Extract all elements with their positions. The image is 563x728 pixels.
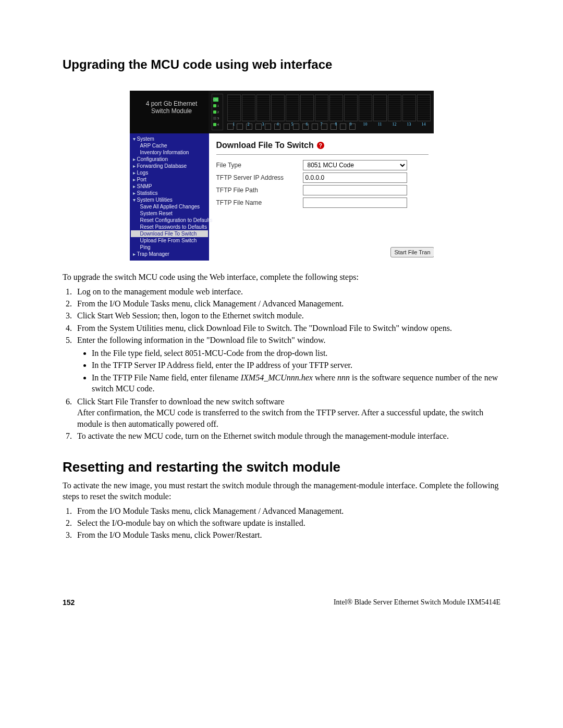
embedded-screenshot: 4 port Gb Ethernet Switch Module OK 1 2 … [130, 91, 434, 261]
step6-line2: After confirmation, the MCU code is tran… [77, 408, 483, 428]
port-led-icon [213, 117, 216, 120]
blade-slot: 7 [315, 94, 328, 121]
sidebar-item[interactable]: ▸Statistics [131, 190, 208, 196]
list-item: In the File type field, select 8051-MCU-… [92, 348, 500, 359]
tree-arrow-icon: ▸ [133, 251, 137, 257]
list-item: Click Start Web Session; then, logon to … [74, 310, 500, 321]
doc-title: Intel® Blade Server Ethernet Switch Modu… [334, 598, 500, 607]
sidebar-item-label: Reset Configuration to Defaults [140, 217, 213, 223]
panel-title: Download File To Switch [216, 141, 314, 150]
start-file-transfer-button[interactable]: Start File Tran [390, 247, 433, 257]
blade-slot: 12 [388, 94, 401, 121]
row-tftp-path: TFTP File Path [216, 185, 429, 195]
blade-slot: 11 [373, 94, 387, 121]
sidebar-item[interactable]: Save All Applied Changes [131, 203, 208, 210]
screenshot-header: 4 port Gb Ethernet Switch Module OK 1 2 … [130, 91, 434, 133]
ok-led: OK [213, 97, 218, 102]
list-item: From the I/O Module Tasks menu, click Ma… [74, 298, 500, 309]
sidebar-item[interactable]: Reset Passwords to Defaults [131, 224, 208, 230]
sidebar-item[interactable]: Ping [131, 244, 208, 251]
select-file-type[interactable]: 8051 MCU Code [303, 160, 407, 170]
screenshot-main-panel: Download File To Switch ? File Type 8051… [209, 133, 434, 261]
b3-mid: where [313, 373, 337, 382]
screenshot-sidebar: ▾SystemARP CacheInventory Information▸Co… [130, 133, 209, 261]
led-block: OK 1 2 3 4 [212, 94, 223, 130]
port-led-icon [213, 110, 216, 114]
tree-arrow-icon: ▸ [133, 183, 137, 189]
sidebar-item-label: Reset Passwords to Defaults [140, 224, 207, 230]
blade-slot: 2 [242, 94, 255, 121]
tree-arrow-icon: ▸ [133, 190, 137, 196]
sidebar-item-label: Download File To Switch [140, 231, 197, 237]
blade-slot: 6 [300, 94, 314, 121]
help-icon[interactable]: ? [317, 142, 324, 149]
sidebar-item-label: Trap Manager [137, 251, 169, 257]
sidebar-item[interactable]: ▾System [131, 135, 208, 142]
sidebar-item[interactable]: ▸Port [131, 176, 208, 183]
sidebar-item[interactable]: ▸Logs [131, 169, 208, 176]
label-tftp-path: TFTP File Path [216, 187, 303, 194]
list-item: Click Start File Transfer to download th… [74, 396, 500, 429]
page-footer: 152 Intel® Blade Server Ethernet Switch … [63, 598, 500, 607]
sidebar-item[interactable]: ARP Cache [131, 142, 208, 149]
sidebar-item[interactable]: System Reset [131, 210, 208, 217]
step5-text: Enter the following information in the "… [77, 336, 325, 344]
blade-slot: 5 [286, 94, 299, 121]
tree-arrow-icon: ▸ [133, 170, 137, 176]
tree-arrow-icon: ▸ [133, 156, 137, 162]
list-item: To activate the new MCU code, turn on th… [74, 430, 500, 441]
sidebar-item-label: Configuration [137, 156, 168, 162]
sidebar-item[interactable]: Inventory Information [131, 149, 208, 156]
b3-pre: In the TFTP File Name field, enter filen… [92, 373, 241, 382]
blade-slot: 8 [329, 94, 343, 121]
sidebar-item-label: System Reset [140, 211, 173, 216]
intro-paragraph: To upgrade the switch MCU code using the… [63, 272, 500, 283]
tree-arrow-icon: ▸ [133, 163, 137, 169]
label-tftp-ip: TFTP Server IP Address [216, 174, 303, 181]
tree-arrow-icon: ▸ [133, 177, 137, 182]
sidebar-item[interactable]: ▸Configuration [131, 156, 208, 163]
list-item: In the TFTP Server IP Address field, ent… [92, 360, 500, 371]
input-tftp-name[interactable] [303, 198, 407, 208]
list-item: In the TFTP File Name field, enter filen… [92, 372, 500, 394]
sidebar-item[interactable]: Upload File From Switch [131, 237, 208, 244]
row-tftp-name: TFTP File Name [216, 198, 429, 208]
panel-title-row: Download File To Switch ? [216, 141, 429, 150]
divider [216, 154, 429, 155]
product-label-line2: Switch Module [151, 107, 192, 115]
b3-ital1: IXM54_MCUnnn.hex [241, 373, 313, 382]
step6-line1: Click Start File Transfer to download th… [77, 397, 285, 406]
slot-row: 1234567891011121314 [227, 94, 431, 121]
sidebar-item-label: Logs [137, 170, 149, 176]
tree-arrow-icon: ▾ [133, 197, 137, 203]
sidebar-item[interactable]: Reset Configuration to Defaults [131, 217, 208, 224]
sidebar-item[interactable]: ▸Trap Manager [131, 251, 208, 257]
sidebar-item-label: SNMP [137, 183, 152, 189]
list-item: Log on to the management module web inte… [74, 286, 500, 297]
blade-slot: 14 [417, 94, 431, 121]
sidebar-item[interactable]: ▾System Utilities [131, 196, 208, 203]
page-number: 152 [63, 598, 75, 607]
label-file-type: File Type [216, 162, 303, 169]
port-led-icon [213, 123, 216, 126]
list-item: Enter the following information in the "… [74, 335, 500, 394]
tree-arrow-icon: ▾ [133, 136, 137, 142]
sidebar-item-label: Port [137, 177, 146, 182]
sidebar-item-label: System Utilities [137, 197, 173, 203]
sub-bullets: In the File type field, select 8051-MCU-… [92, 348, 500, 394]
sidebar-item[interactable]: ▸Forwarding Database [131, 163, 208, 169]
sidebar-item[interactable]: Download File To Switch [131, 230, 208, 237]
input-tftp-path[interactable] [303, 185, 407, 195]
sidebar-item-label: Statistics [137, 190, 158, 196]
port-led-icon [213, 104, 216, 107]
blade-slot: 3 [256, 94, 270, 121]
row-file-type: File Type 8051 MCU Code [216, 160, 429, 170]
sidebar-item[interactable]: ▸SNMP [131, 183, 208, 190]
row-tftp-ip: TFTP Server IP Address [216, 172, 429, 183]
input-tftp-ip[interactable] [303, 172, 407, 183]
product-label: 4 port Gb Ethernet Switch Module [130, 91, 209, 133]
blade-slot: 4 [271, 94, 285, 121]
list-item: From the System Utilities menu, click Do… [74, 323, 500, 334]
list-item: From the I/O Module Tasks menu, click Ma… [74, 505, 500, 516]
sidebar-item-label: ARP Cache [140, 143, 167, 149]
